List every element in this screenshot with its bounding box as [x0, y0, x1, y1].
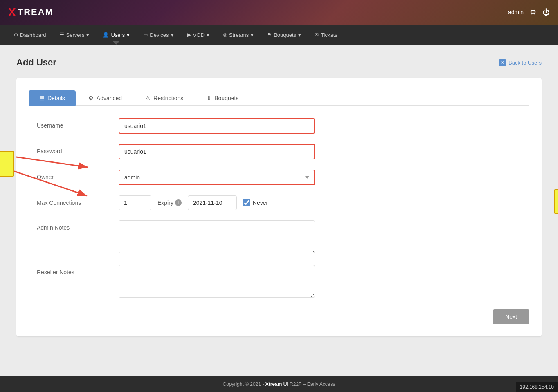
main-content: Add User ✕ Back to Users ▤ Details ⚙ Adv…	[0, 45, 558, 376]
password-group: Password	[37, 144, 529, 159]
reseller-notes-control	[119, 265, 315, 299]
tab-details-label: Details	[47, 95, 65, 101]
details-icon: ▤	[39, 95, 45, 101]
admin-notes-textarea[interactable]	[119, 220, 315, 253]
username-control	[119, 118, 315, 134]
bouquets-chevron-icon: ▾	[298, 32, 301, 38]
expiry-info-icon[interactable]: i	[175, 199, 182, 206]
footer-appname: Xtream UI	[266, 381, 288, 387]
nav-dashboard[interactable]: ⊙ Dashboard	[8, 29, 52, 41]
reseller-notes-label: Reseller Notes	[37, 265, 119, 276]
password-input[interactable]	[119, 144, 315, 159]
form-wrapper: Usuario y contraseña Username	[29, 118, 529, 324]
tab-advanced[interactable]: ⚙ Advanced	[78, 90, 133, 106]
nav-devices[interactable]: ▭ Devices ▾	[137, 29, 179, 41]
never-checkbox-input[interactable]	[243, 199, 250, 206]
streams-icon: ◎	[223, 32, 227, 38]
page-header: Add User ✕ Back to Users	[16, 57, 542, 68]
servers-chevron-icon: ▾	[86, 32, 89, 38]
footer-ip: 192.168.254.10	[516, 382, 558, 392]
password-control	[119, 144, 315, 159]
nav-devices-label: Devices	[150, 32, 169, 38]
nav-servers[interactable]: ☰ Servers ▾	[54, 29, 95, 41]
admin-notes-label: Admin Notes	[37, 220, 119, 231]
max-connections-label: Max Connections	[37, 195, 119, 206]
expiry-date-input[interactable]	[188, 195, 237, 210]
next-button[interactable]: Next	[493, 309, 529, 324]
owner-select[interactable]: admin	[119, 170, 315, 185]
form-actions: Next	[37, 309, 529, 324]
logo-x: X	[8, 6, 17, 19]
tab-restrictions[interactable]: ⚠ Restrictions	[135, 90, 194, 106]
tab-bouquets-label: Bouquets	[214, 95, 239, 101]
form-card: ▤ Details ⚙ Advanced ⚠ Restrictions ⬇ Bo…	[16, 78, 542, 336]
nav-streams-label: Streams	[229, 32, 249, 38]
nav-tickets[interactable]: ✉ Tickets	[309, 29, 343, 41]
nav-streams[interactable]: ◎ Streams ▾	[217, 29, 259, 41]
servers-icon: ☰	[60, 32, 64, 38]
admin-notes-group: Admin Notes	[37, 220, 529, 255]
nav-vod[interactable]: ▶ VOD ▾	[182, 29, 215, 41]
owner-group: Owner admin	[37, 170, 529, 185]
nav-servers-label: Servers	[66, 32, 85, 38]
admin-notes-control	[119, 220, 315, 255]
username-group: Username	[37, 118, 529, 134]
vod-icon: ▶	[187, 32, 191, 38]
footer-copyright: Copyright © 2021 -	[223, 381, 266, 387]
annotation-usuario: Usuario y contraseña	[0, 151, 14, 177]
users-chevron-icon: ▾	[127, 32, 130, 38]
navbar: ⊙ Dashboard ☰ Servers ▾ 👤 Users ▾ ▭ Devi…	[0, 25, 558, 45]
vod-chevron-icon: ▾	[207, 32, 209, 38]
connections-row: Expiry i Never	[119, 195, 268, 210]
tab-bouquets[interactable]: ⬇ Bouquets	[196, 90, 249, 106]
tickets-icon: ✉	[315, 32, 319, 38]
nav-vod-label: VOD	[193, 32, 205, 38]
streams-chevron-icon: ▾	[251, 32, 254, 38]
users-icon: 👤	[103, 32, 109, 38]
devices-chevron-icon: ▾	[171, 32, 174, 38]
nav-dashboard-label: Dashboard	[20, 32, 46, 38]
nav-users[interactable]: 👤 Users ▾	[97, 29, 135, 41]
footer-version-text: R22F – Early Access	[290, 381, 335, 387]
username-label: Username	[37, 118, 119, 129]
max-connections-group: Max Connections Expiry i Never Para es	[37, 195, 529, 210]
reseller-notes-group: Reseller Notes	[37, 265, 529, 299]
nav-users-label: Users	[111, 32, 125, 38]
password-label: Password	[37, 144, 119, 155]
power-icon[interactable]: ⏻	[542, 8, 550, 17]
restrictions-icon: ⚠	[145, 95, 151, 101]
username-input[interactable]	[119, 118, 315, 134]
nav-tickets-label: Tickets	[321, 32, 338, 38]
dashboard-icon: ⊙	[14, 32, 18, 38]
max-connections-input[interactable]	[119, 195, 151, 210]
logo-text: TREAM	[18, 7, 54, 18]
advanced-icon: ⚙	[88, 95, 94, 101]
nav-bouquets-label: Bouquets	[274, 32, 296, 38]
never-checkbox-label[interactable]: Never	[243, 199, 268, 206]
bouquets-tab-icon: ⬇	[207, 95, 212, 101]
owner-control: admin	[119, 170, 315, 185]
back-icon: ✕	[499, 59, 506, 66]
annotation-expiry: Para este ejemplo pondremos que no expir…	[554, 189, 558, 214]
back-to-users-link[interactable]: ✕ Back to Users	[499, 59, 542, 66]
tabs: ▤ Details ⚙ Advanced ⚠ Restrictions ⬇ Bo…	[29, 90, 529, 106]
owner-label: Owner	[37, 170, 119, 180]
tab-advanced-label: Advanced	[97, 95, 122, 101]
back-to-users-label: Back to Users	[509, 60, 542, 66]
never-label: Never	[253, 199, 268, 206]
tab-details[interactable]: ▤ Details	[29, 90, 76, 106]
nav-bouquets[interactable]: ⚑ Bouquets ▾	[261, 29, 307, 41]
logo[interactable]: X TREAM	[8, 6, 54, 19]
header: X TREAM admin ⚙ ⏻	[0, 0, 558, 25]
devices-icon: ▭	[143, 32, 148, 38]
admin-label: admin	[508, 9, 524, 16]
reseller-notes-textarea[interactable]	[119, 265, 315, 298]
header-right: admin ⚙ ⏻	[508, 8, 550, 17]
expiry-label-text: Expiry i	[158, 199, 182, 206]
bouquets-icon: ⚑	[267, 32, 272, 38]
footer: Copyright © 2021 - Xtream UI R22F – Earl…	[0, 376, 558, 392]
tab-restrictions-label: Restrictions	[153, 95, 183, 101]
settings-icon[interactable]: ⚙	[530, 8, 536, 17]
page-title: Add User	[16, 57, 56, 68]
